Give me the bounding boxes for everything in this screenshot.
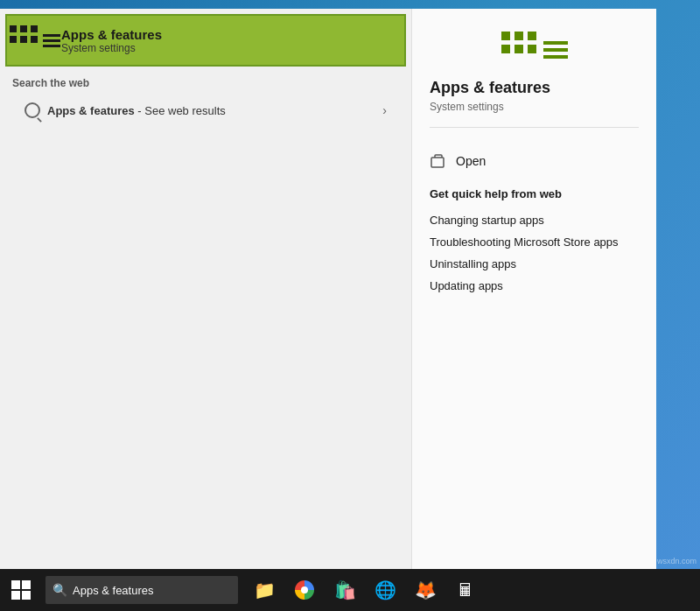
- search-web-text: Apps & features - See web results: [47, 104, 382, 117]
- preview-icon-lines: [543, 41, 568, 59]
- search-icon: [24, 102, 40, 118]
- start-menu-left-panel: Apps & features System settings Search t…: [0, 9, 411, 569]
- start-menu: Apps & features System settings Search t…: [0, 9, 656, 569]
- top-result-item[interactable]: Apps & features System settings: [5, 14, 406, 67]
- taskbar: 🔍 Apps & features 📁 🛍️ 🌐 🦊 🖩: [0, 569, 700, 611]
- search-web-section: Search the web Apps & features - See web…: [0, 67, 411, 130]
- watermark: wsxdn.com: [657, 557, 696, 565]
- folder-icon: 📁: [254, 579, 276, 600]
- taskbar-app-firefox[interactable]: 🦊: [406, 571, 444, 609]
- store-icon: 🛍️: [334, 579, 356, 600]
- taskbar-search-text: Apps & features: [73, 584, 154, 597]
- taskbar-search-icon: 🔍: [52, 583, 67, 597]
- chrome-icon: [295, 580, 314, 600]
- preview-link-2[interactable]: Uninstalling apps: [430, 253, 639, 275]
- open-action[interactable]: Open: [430, 145, 639, 177]
- preview-icon-area: [430, 32, 639, 68]
- calculator-icon: 🖩: [457, 580, 474, 600]
- taskbar-app-store[interactable]: 🛍️: [326, 571, 364, 609]
- top-result-text: Apps & features System settings: [61, 27, 162, 54]
- preview-subtitle: System settings: [430, 101, 639, 128]
- start-button[interactable]: [0, 569, 42, 611]
- desktop: Apps & features System settings Search t…: [0, 0, 700, 611]
- preview-link-1[interactable]: Troubleshooting Microsoft Store apps: [430, 231, 639, 253]
- quick-help-title: Get quick help from web: [430, 187, 639, 200]
- open-label: Open: [456, 154, 486, 168]
- search-web-suffix: - See web results: [135, 104, 226, 117]
- apps-features-icon: [19, 25, 51, 56]
- search-arrow-icon: ›: [382, 103, 387, 117]
- preview-icon-grid: [501, 32, 538, 68]
- taskbar-search[interactable]: 🔍 Apps & features: [46, 576, 238, 604]
- taskbar-app-calculator[interactable]: 🖩: [446, 571, 485, 609]
- start-menu-right-panel: Apps & features System settings Open Get…: [411, 9, 656, 569]
- taskbar-app-edge[interactable]: 🌐: [366, 571, 404, 609]
- windows-logo: [11, 580, 31, 600]
- top-result-title: Apps & features: [61, 27, 162, 42]
- search-web-item[interactable]: Apps & features - See web results ›: [12, 96, 399, 124]
- top-result-subtitle: System settings: [61, 42, 162, 54]
- preview-apps-icon: [501, 32, 568, 68]
- taskbar-app-chrome[interactable]: [285, 571, 324, 609]
- preview-link-0[interactable]: Changing startup apps: [430, 209, 639, 231]
- edge-icon: 🌐: [374, 579, 396, 600]
- open-icon: [430, 152, 447, 170]
- search-web-label: Search the web: [12, 77, 399, 89]
- preview-title: Apps & features: [430, 79, 639, 97]
- firefox-icon: 🦊: [415, 579, 437, 600]
- preview-link-3[interactable]: Updating apps: [430, 275, 639, 297]
- taskbar-app-explorer[interactable]: 📁: [245, 571, 284, 609]
- svg-rect-0: [431, 158, 444, 167]
- search-web-query: Apps & features: [47, 104, 135, 117]
- taskbar-apps: 📁 🛍️ 🌐 🦊 🖩: [245, 571, 485, 609]
